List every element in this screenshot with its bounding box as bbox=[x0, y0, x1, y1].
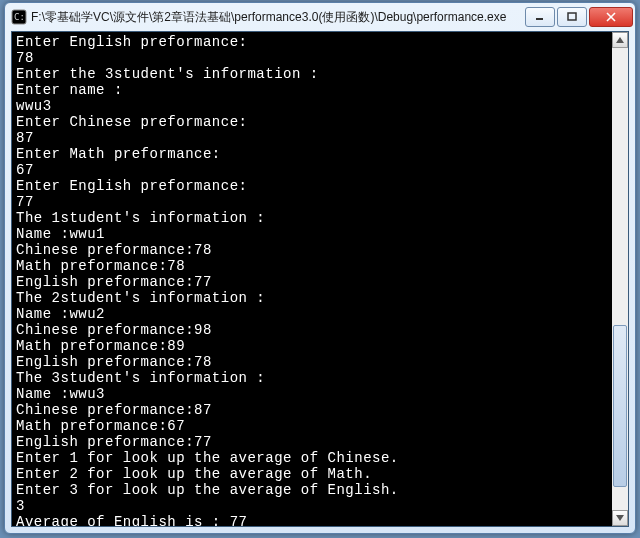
app-window: C: F:\零基础学VC\源文件\第2章语法基础\performance3.0(… bbox=[4, 2, 636, 534]
console-output: Enter English preformance: 78 Enter the … bbox=[16, 34, 624, 527]
svg-marker-6 bbox=[616, 37, 624, 43]
window-buttons bbox=[525, 7, 633, 27]
scroll-down-button[interactable] bbox=[612, 510, 628, 526]
titlebar[interactable]: C: F:\零基础学VC\源文件\第2章语法基础\performance3.0(… bbox=[5, 3, 635, 31]
scroll-track[interactable] bbox=[612, 48, 628, 510]
console-app-icon: C: bbox=[11, 9, 27, 25]
console-client-area: Enter English preformance: 78 Enter the … bbox=[11, 31, 629, 527]
scroll-up-button[interactable] bbox=[612, 32, 628, 48]
vertical-scrollbar[interactable] bbox=[612, 32, 628, 526]
svg-rect-3 bbox=[568, 13, 576, 20]
window-title: F:\零基础学VC\源文件\第2章语法基础\performance3.0(使用函… bbox=[31, 9, 521, 26]
minimize-button[interactable] bbox=[525, 7, 555, 27]
svg-marker-7 bbox=[616, 515, 624, 521]
maximize-button[interactable] bbox=[557, 7, 587, 27]
scroll-thumb[interactable] bbox=[613, 325, 627, 487]
svg-text:C:: C: bbox=[14, 12, 25, 22]
close-button[interactable] bbox=[589, 7, 633, 27]
